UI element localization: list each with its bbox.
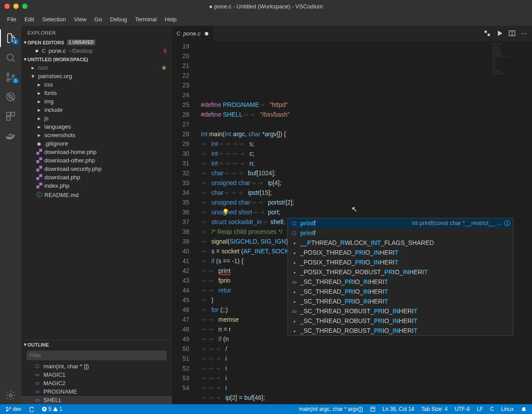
chevron-right-icon: ▸: [35, 123, 43, 130]
menu-view[interactable]: View: [70, 14, 90, 24]
menu-edit[interactable]: Edit: [21, 14, 38, 24]
activity-explorer[interactable]: 1: [0, 29, 21, 47]
activity-docker[interactable]: [0, 127, 21, 145]
status-os[interactable]: Linux: [499, 406, 516, 412]
intellisense-item[interactable]: ▭_SC_THREAD_PRIO_INHERIT: [288, 277, 513, 287]
intellisense-item[interactable]: ⬥_POSIX_THREAD_PRIO_INHERIT: [288, 257, 513, 267]
intellisense-item[interactable]: ⬥_POSIX_THREAD_ROBUST_PRIO_INHERIT: [288, 267, 513, 277]
overview-ruler[interactable]: [526, 41, 532, 404]
tree-item[interactable]: ▸fonts: [21, 89, 172, 97]
intellisense-item[interactable]: ⬥_SC_THREAD_PRIO_INHERIT: [288, 296, 513, 306]
chevron-right-icon: ▸: [35, 81, 43, 88]
outline-item[interactable]: ⬡main(int, char * []): [21, 362, 172, 371]
lightbulb-icon[interactable]: 💡: [222, 207, 229, 217]
menu-debug[interactable]: Debug: [106, 14, 130, 24]
tree-item[interactable]: ▾parrotsec.org: [21, 72, 172, 80]
minimize-window-button[interactable]: [13, 4, 19, 9]
sidebar: EXPLORER ▾ OPEN EDITORS 1 UNSAVED C pone…: [21, 26, 172, 404]
tree-item[interactable]: ▸css: [21, 80, 172, 89]
editor-area: C pone.c ··· 192021222324252627282930313…: [172, 26, 532, 404]
outline-item[interactable]: ▭SHELL: [21, 396, 172, 404]
status-scope-icon[interactable]: [368, 406, 377, 412]
activity-settings[interactable]: [0, 386, 21, 404]
symbol-icon: ⬥: [290, 248, 298, 257]
intellisense-popup[interactable]: ⬡printfint printf(const char *__restrict…: [287, 218, 513, 336]
open-editor-item[interactable]: C pone.c ~/Desktop 6: [21, 47, 172, 55]
tree-item[interactable]: ▸include: [21, 106, 172, 114]
info-icon[interactable]: ⓘ: [504, 219, 510, 228]
close-window-button[interactable]: [4, 4, 10, 9]
chevron-down-icon: ▾: [24, 342, 27, 347]
tree-item[interactable]: ▸js: [21, 114, 172, 122]
scm-badge: 3: [12, 78, 19, 83]
gitignore-file-icon: ◈: [35, 140, 43, 147]
tree-item[interactable]: 🙾download-other.php: [21, 156, 172, 165]
tree-item[interactable]: ▸languages: [21, 122, 172, 131]
intellisense-item[interactable]: ⬥_SC_THREAD_ROBUST_PRIO_INHERIT: [288, 316, 513, 326]
modified-indicator-icon: [35, 50, 38, 52]
tree-item[interactable]: 🙾download-security.php: [21, 165, 172, 173]
symbol-icon: ⬥: [290, 287, 298, 296]
intellisense-item[interactable]: ▭_SC_THREAD_ROBUST_PRIO_INHERIT: [288, 306, 513, 316]
php-file-icon: 🙾: [35, 149, 43, 155]
status-sync[interactable]: [27, 406, 36, 412]
tree-item[interactable]: ▸img: [21, 97, 172, 106]
intellisense-item[interactable]: ⬥_POSIX_THREAD_PRIO_INHERIT: [288, 248, 513, 257]
compare-changes-icon[interactable]: [484, 30, 491, 38]
tree-item[interactable]: ▸rust: [21, 63, 172, 72]
intellisense-item[interactable]: ⬥_SC_THREAD_PRIO_INHERIT: [288, 287, 513, 296]
tab-pone-c[interactable]: C pone.c: [172, 26, 213, 41]
activity-extensions[interactable]: [0, 107, 21, 125]
readme-file-icon: ⓘ: [35, 191, 43, 199]
status-branch[interactable]: dev: [4, 406, 23, 412]
chevron-right-icon: ▸: [35, 132, 43, 138]
intellisense-item[interactable]: ⬥__PTHREAD_RWLOCK_INT_FLAGS_SHARED: [288, 238, 513, 248]
c-file-icon: C: [42, 47, 46, 54]
menu-terminal[interactable]: Terminal: [131, 14, 160, 24]
status-problems[interactable]: 5 1: [40, 406, 64, 412]
outline-header[interactable]: ▾ OUTLINE: [21, 340, 172, 349]
outline-item[interactable]: ▭MAGIC2: [21, 379, 172, 387]
svg-rect-6: [7, 112, 10, 116]
status-line-col[interactable]: Ln 36, Col 14: [381, 406, 416, 412]
tree-item[interactable]: ◈.gitignore: [21, 139, 172, 148]
intellisense-item[interactable]: ⬡printfint printf(const char *__restrict…: [288, 218, 513, 228]
status-tab-size[interactable]: Tab Size: 4: [419, 406, 449, 412]
tree-item[interactable]: 🙾index.php: [21, 181, 172, 190]
tree-item[interactable]: ⓘREADME.md: [21, 190, 172, 200]
menu-go[interactable]: Go: [91, 14, 106, 24]
tree-item[interactable]: ▸screenshots: [21, 131, 172, 139]
intellisense-item[interactable]: ⬡printf: [288, 228, 513, 238]
intellisense-item[interactable]: ⬥_SC_THREAD_ROBUST_PRIO_INHERIT: [288, 326, 513, 335]
editor-tabs: C pone.c ···: [172, 26, 532, 41]
open-editors-header[interactable]: ▾ OPEN EDITORS 1 UNSAVED: [21, 38, 172, 47]
svg-point-11: [6, 407, 8, 409]
chevron-right-icon: ▸: [35, 106, 43, 113]
file-tree: ▸rust▾parrotsec.org▸css▸fonts▸img▸includ…: [21, 63, 172, 340]
activity-search[interactable]: [0, 49, 21, 67]
status-eol[interactable]: LF: [475, 406, 485, 412]
menu-selection[interactable]: Selection: [39, 14, 69, 24]
status-encoding[interactable]: UTF-8: [453, 406, 472, 412]
run-icon[interactable]: [496, 30, 503, 38]
maximize-window-button[interactable]: [22, 4, 27, 9]
status-language[interactable]: C: [489, 406, 496, 412]
outline-item[interactable]: ▭MAGIC1: [21, 371, 172, 379]
outline-filter-input[interactable]: [27, 351, 167, 360]
outline-item[interactable]: ▭PROGNAME: [21, 387, 172, 396]
code-editor[interactable]: 1920212223242526272829303132333435363738…: [172, 41, 532, 404]
split-editor-icon[interactable]: [509, 30, 516, 38]
activity-scm[interactable]: 3: [0, 68, 21, 86]
symbol-icon: ⬥: [290, 258, 298, 267]
more-actions-icon[interactable]: ···: [521, 30, 527, 38]
status-notifications-icon[interactable]: [519, 406, 528, 412]
menu-file[interactable]: File: [4, 14, 20, 24]
menu-help[interactable]: Help: [161, 14, 180, 24]
tree-item[interactable]: 🙾download-home.php: [21, 148, 172, 156]
activity-debug[interactable]: [0, 88, 21, 106]
tree-item[interactable]: 🙾download.php: [21, 173, 172, 181]
status-context[interactable]: main(int argc, char * argv[]): [297, 406, 365, 412]
workspace-header[interactable]: ▾ UNTITLED (WORKSPACE): [21, 55, 172, 63]
minimap[interactable]: #define PROGNAME⇥ "httpd"#define SHELL⇥ …: [490, 41, 526, 112]
symbol-icon: ⬡: [290, 219, 298, 228]
